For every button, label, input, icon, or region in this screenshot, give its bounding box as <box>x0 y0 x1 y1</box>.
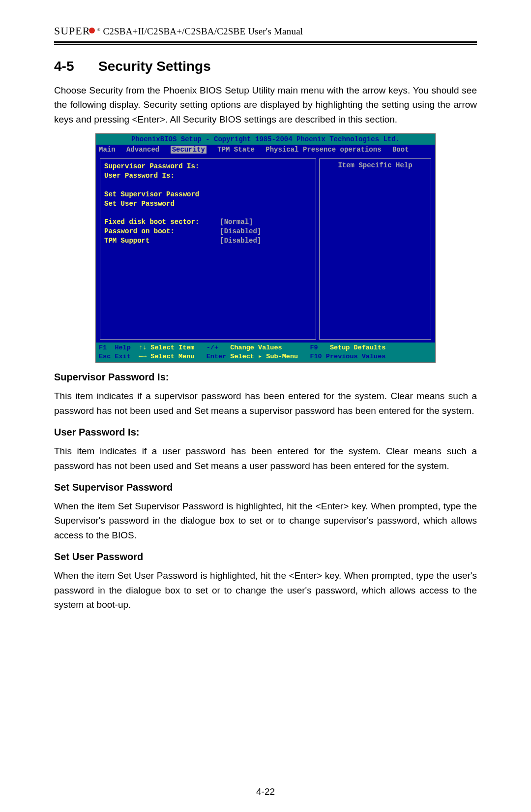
header-rule <box>54 41 477 45</box>
bios-screenshot: PhoenixBIOS Setup - Copyright 1985-2004 … <box>95 133 436 363</box>
page-header: SUPER® C2SBA+II/C2SBA+/C2SBA/C2SBE User'… <box>54 25 477 40</box>
bios-settings-pane: Supervisor Password Is: User Password Is… <box>100 158 316 340</box>
bios-menu-tpm-state: TPM State <box>217 146 255 154</box>
manual-title: C2SBA+II/C2SBA+/C2SBA/C2SBE User's Manua… <box>101 26 303 36</box>
bios-body: Supervisor Password Is: User Password Is… <box>96 156 435 343</box>
bios-tpm-row: TPM Support [Disabled] <box>104 236 312 246</box>
bios-menu-advanced: Advanced <box>126 146 159 154</box>
bios-menubar: Main Advanced Security TPM State Physica… <box>96 145 435 156</box>
bios-menu-ppo: Physical Presence operations <box>266 146 381 154</box>
bios-fixed-disk-row: Fixed disk boot sector: [Normal] <box>104 218 312 227</box>
brand-logo-text: SUPER <box>54 25 90 37</box>
manual-page: SUPER® C2SBA+II/C2SBA+/C2SBA/C2SBE User'… <box>0 0 531 812</box>
bios-footer: F1 Help ↑↓ Select Item -/+ Change Values… <box>96 343 435 362</box>
section-title-text: Security Settings <box>98 59 211 74</box>
bios-help-pane: Item Specific Help <box>319 158 431 340</box>
bios-titlebar: PhoenixBIOS Setup - Copyright 1985-2004 … <box>96 134 435 145</box>
para-set-user: When the item Set User Password is highl… <box>54 568 477 612</box>
section-intro: Choose Security from the Phoenix BIOS Se… <box>54 83 477 126</box>
bios-menu-security: Security <box>171 146 206 154</box>
brand-dot-icon <box>89 28 95 33</box>
section-heading: 4-5Security Settings <box>54 59 477 74</box>
bios-pw-on-boot-row: Password on boot: [Disabled] <box>104 227 312 236</box>
para-user-pw: This item indicates if a user password h… <box>54 444 477 473</box>
registered-mark: ® <box>97 27 100 32</box>
para-supervisor-pw: This item indicates if a supervisor pass… <box>54 389 477 418</box>
section-number: 4-5 <box>54 59 98 74</box>
bios-help-title: Item Specific Help <box>320 159 431 170</box>
bios-supervisor-pw-status: Supervisor Password Is: <box>104 162 312 171</box>
subhead-set-supervisor: Set Supervisor Password <box>54 482 477 493</box>
bios-set-user-pw: Set User Password <box>104 199 312 209</box>
bios-menu-main: Main <box>99 146 116 154</box>
bios-user-pw-status: User Password Is: <box>104 171 312 181</box>
subhead-user-pw: User Password Is: <box>54 427 477 438</box>
subhead-supervisor-pw: Supervisor Password Is: <box>54 372 477 383</box>
bios-menu-boot: Boot <box>392 146 409 154</box>
page-number: 4-22 <box>0 786 531 797</box>
para-set-supervisor: When the item Set Supervisor Password is… <box>54 499 477 542</box>
subhead-set-user: Set User Password <box>54 551 477 562</box>
bios-set-supervisor-pw: Set Supervisor Password <box>104 190 312 199</box>
